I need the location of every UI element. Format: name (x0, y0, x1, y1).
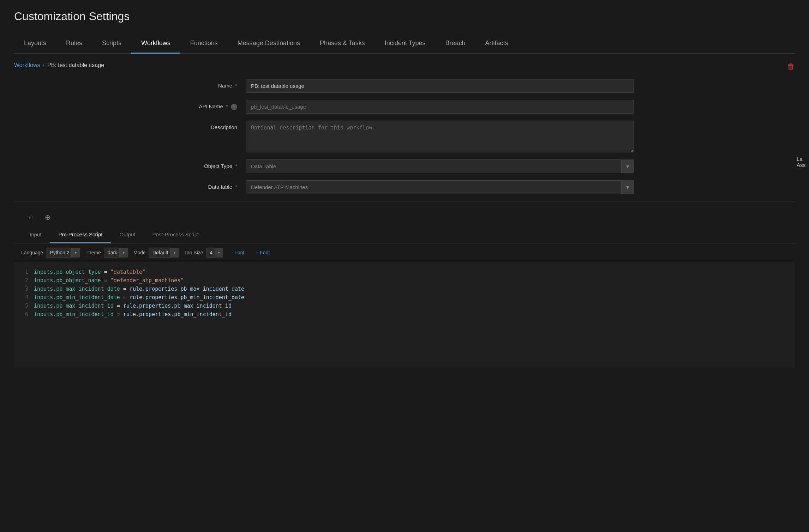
description-input[interactable] (246, 121, 634, 152)
object-type-row: Object Type * Data Table ▼ (175, 159, 634, 173)
breadcrumb-current: PB: test datable usage (47, 62, 104, 68)
mode-select[interactable]: Default (149, 248, 179, 258)
form-section: Name * API Name * i Description Object T… (175, 79, 634, 194)
code-editor[interactable]: 1 inputs.pb_object_type = "datatable" 2 … (14, 262, 795, 368)
code-line-2: 2 inputs.pb_object_name = "defender_atp_… (21, 276, 788, 285)
nav-tabs: Layouts Rules Scripts Workflows Function… (14, 34, 795, 54)
data-table-label: Data table * (175, 180, 246, 190)
tab-rules[interactable]: Rules (56, 34, 92, 54)
line-num-3: 3 (21, 285, 28, 293)
tab-scripts[interactable]: Scripts (92, 34, 131, 54)
description-row: Description (175, 121, 634, 152)
font-decrease-button[interactable]: - Font (229, 248, 247, 257)
theme-group: Theme dark ▼ (85, 248, 128, 258)
tab-workflows[interactable]: Workflows (131, 34, 180, 54)
line-num-2: 2 (21, 276, 28, 285)
language-label: Language (21, 250, 43, 255)
api-name-row: API Name * i (175, 100, 634, 114)
code-content-6: inputs.pb_min_incident_id = rule.propert… (34, 310, 232, 319)
mode-select-wrapper: Default ▼ (149, 248, 179, 258)
api-name-label: API Name * i (175, 100, 246, 110)
theme-select[interactable]: dark (104, 248, 128, 258)
tab-message-destinations[interactable]: Message Destinations (228, 34, 310, 54)
breadcrumb-parent[interactable]: Workflows (14, 62, 40, 68)
right-partial: La Ass (793, 152, 809, 171)
api-name-required: * (226, 103, 228, 109)
api-name-info-icon[interactable]: i (231, 104, 237, 110)
data-table-row: Data table * Defender ATP Machines ▼ (175, 180, 634, 194)
language-select-wrapper: Python 2 ▼ (46, 248, 80, 258)
code-line-6: 6 inputs.pb_min_incident_id = rule.prope… (21, 310, 788, 319)
crosshair-tool-icon[interactable]: ⊕ (39, 208, 56, 226)
data-table-required: * (235, 184, 237, 190)
breadcrumb: Workflows / PB: test datable usage (14, 62, 795, 68)
name-label: Name * (175, 79, 246, 89)
data-table-select-wrapper: Defender ATP Machines ▼ (246, 180, 634, 194)
data-table-select[interactable]: Defender ATP Machines (246, 180, 634, 194)
theme-label: Theme (85, 250, 101, 255)
editor-tabs: Input Pre-Process Script Output Post-Pro… (14, 226, 795, 243)
name-row: Name * (175, 79, 634, 93)
font-increase-button[interactable]: + Font (253, 248, 272, 257)
delete-button[interactable]: 🗑 (787, 62, 795, 71)
line-num-6: 6 (21, 310, 28, 319)
tab-breach[interactable]: Breach (435, 34, 475, 54)
object-type-required: * (235, 163, 237, 169)
hand-tool-icon[interactable]: ☜ (21, 208, 39, 226)
tab-size-select-wrapper: 4 ▼ (206, 248, 223, 258)
editor-toolbar: ☜ ⊕ (14, 208, 795, 226)
tab-incident-types[interactable]: Incident Types (375, 34, 436, 54)
line-num-4: 4 (21, 293, 28, 302)
code-content-3: inputs.pb_max_incident_date = rule.prope… (34, 285, 244, 293)
editor-tab-input[interactable]: Input (21, 226, 50, 243)
tab-artifacts[interactable]: Artifacts (475, 34, 518, 54)
page-header: Customization Settings Layouts Rules Scr… (0, 0, 809, 54)
page-title: Customization Settings (14, 10, 795, 23)
editor-tab-output[interactable]: Output (111, 226, 144, 243)
code-content-5: inputs.pb_max_incident_id = rule.propert… (34, 302, 232, 310)
editor-tab-postprocess[interactable]: Post-Process Script (144, 226, 207, 243)
breadcrumb-separator: / (43, 62, 44, 68)
tab-phases-tasks[interactable]: Phases & Tasks (310, 34, 375, 54)
language-select[interactable]: Python 2 (46, 248, 80, 258)
tab-functions[interactable]: Functions (180, 34, 228, 54)
code-line-4: 4 inputs.pb_min_incident_date = rule.pro… (21, 293, 788, 302)
tab-size-label: Tab Size (184, 250, 203, 255)
code-line-3: 3 inputs.pb_max_incident_date = rule.pro… (21, 285, 788, 293)
code-content-1: inputs.pb_object_type = "datatable" (34, 268, 145, 276)
editor-tab-preprocess[interactable]: Pre-Process Script (50, 226, 111, 243)
tab-size-select[interactable]: 4 (206, 248, 223, 258)
code-content-4: inputs.pb_min_incident_date = rule.prope… (34, 293, 244, 302)
description-label: Description (175, 121, 246, 130)
object-type-label: Object Type * (175, 159, 246, 169)
editor-options: Language Python 2 ▼ Theme dark ▼ Mode De (14, 243, 795, 262)
theme-select-wrapper: dark ▼ (104, 248, 128, 258)
object-type-select-wrapper: Data Table ▼ (246, 159, 634, 173)
section-divider (14, 201, 795, 201)
content-area: Workflows / PB: test datable usage 🗑 La … (0, 54, 809, 376)
line-num-1: 1 (21, 268, 28, 276)
object-type-select[interactable]: Data Table (246, 159, 634, 173)
code-line-5: 5 inputs.pb_max_incident_id = rule.prope… (21, 302, 788, 310)
mode-label: Mode (133, 250, 146, 255)
line-num-5: 5 (21, 302, 28, 310)
name-required: * (235, 83, 237, 89)
language-group: Language Python 2 ▼ (21, 248, 80, 258)
name-input[interactable] (246, 79, 634, 93)
mode-group: Mode Default ▼ (133, 248, 179, 258)
tab-layouts[interactable]: Layouts (14, 34, 56, 54)
tab-size-group: Tab Size 4 ▼ (184, 248, 223, 258)
code-content-2: inputs.pb_object_name = "defender_atp_ma… (34, 276, 184, 285)
api-name-input[interactable] (246, 100, 634, 114)
code-line-1: 1 inputs.pb_object_type = "datatable" (21, 268, 788, 276)
